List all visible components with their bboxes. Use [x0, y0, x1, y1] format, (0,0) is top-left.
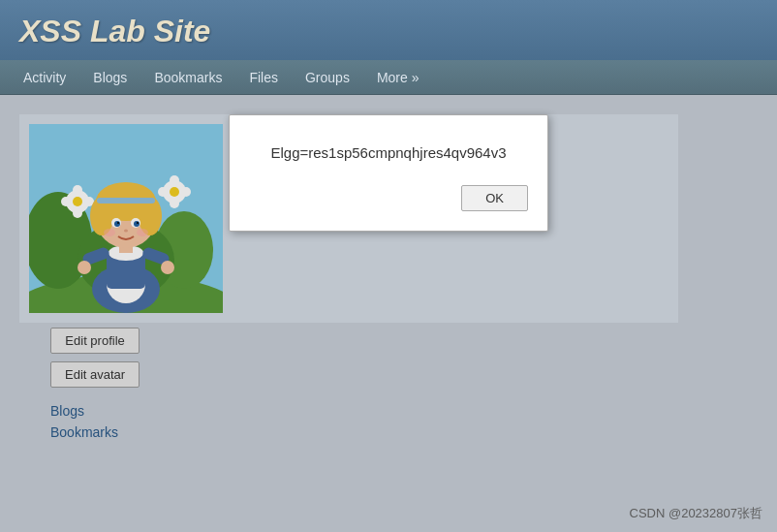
nav-item-files[interactable]: Files [235, 62, 292, 93]
nav-item-more[interactable]: More » [363, 62, 433, 93]
dialog-box: Elgg=res1sp56cmpnqhjres4qv964v3 OK [229, 114, 548, 232]
site-title: XSS Lab Site [19, 14, 210, 49]
dialog-message: Elgg=res1sp56cmpnqhjres4qv964v3 [249, 144, 528, 161]
nav-item-groups[interactable]: Groups [292, 62, 363, 93]
nav-item-bookmarks[interactable]: Bookmarks [140, 62, 235, 93]
dialog-footer: OK [249, 185, 528, 211]
main-content: Alice Brief descrip Edit profile Edit av… [0, 95, 777, 532]
nav-item-blogs[interactable]: Blogs [79, 62, 140, 93]
nav-bar: Activity Blogs Bookmarks Files Groups Mo… [0, 60, 777, 95]
site-header: XSS Lab Site [0, 0, 777, 60]
dialog-ok-button[interactable]: OK [461, 185, 528, 211]
nav-item-activity[interactable]: Activity [10, 62, 79, 93]
dialog-overlay: Elgg=res1sp56cmpnqhjres4qv964v3 OK [0, 95, 777, 532]
